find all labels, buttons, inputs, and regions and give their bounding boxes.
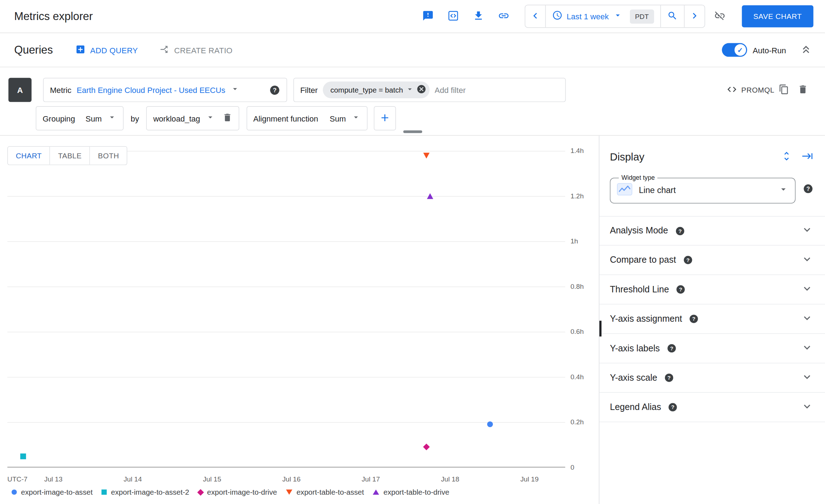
display-section-analysis-mode[interactable]: Analysis Mode? (599, 216, 825, 246)
resize-drag-handle[interactable] (403, 130, 422, 133)
legend-item-export-image-to-asset-2[interactable]: export-image-to-asset-2 (102, 488, 189, 496)
create-ratio-button[interactable]: CREATE RATIO (159, 44, 233, 56)
caret-down-icon (405, 85, 414, 95)
help-icon[interactable]: ? (667, 343, 677, 353)
feedback-icon (422, 10, 434, 23)
display-section-y-axis-scale[interactable]: Y-axis scale? (599, 363, 825, 392)
remove-filter-icon[interactable] (416, 84, 426, 95)
caret-down-icon (231, 84, 240, 95)
display-sections: Analysis Mode?Compare to past?Threshold … (599, 216, 825, 423)
link-off-icon (714, 10, 725, 23)
expand-collapse-all-button[interactable] (781, 150, 792, 164)
hide-panel-button[interactable] (802, 150, 813, 164)
help-icon[interactable]: ? (668, 402, 678, 412)
widget-type-help-icon[interactable]: ? (803, 183, 813, 194)
filter-field-label: Filter (300, 85, 318, 94)
data-point-export-image-to-asset (487, 421, 493, 427)
data-point-export-image-to-asset-2 (20, 453, 26, 459)
legend-item-export-image-to-asset[interactable]: export-image-to-asset (11, 488, 93, 496)
alignment-select[interactable]: Sum (330, 114, 346, 123)
filter-chip[interactable]: compute_type = batch (323, 81, 429, 98)
x-axis-tick-label: Jul 13 (44, 475, 63, 483)
help-icon[interactable]: ? (676, 285, 686, 295)
chevron-down-icon (801, 341, 813, 356)
queries-title: Queries (14, 44, 53, 56)
query-row-grouping: Grouping Sum by workload_tag Alignment f… (36, 106, 396, 130)
grouping-select[interactable]: Sum (85, 114, 102, 123)
tab-both[interactable]: BOTH (90, 147, 127, 164)
chevron-left-icon (529, 10, 541, 23)
display-section-y-axis-assignment[interactable]: Y-axis assignment? (599, 305, 825, 334)
chevron-down-icon (801, 312, 813, 326)
timezone-badge[interactable]: PDT (630, 9, 654, 24)
widget-type-select[interactable]: Widget type Line chart (610, 174, 795, 203)
share-link-button[interactable] (493, 6, 514, 27)
collapse-queries-button[interactable] (800, 43, 812, 57)
auto-run-toggle[interactable]: ✓ (722, 43, 747, 57)
y-axis-tick-label: 0 (570, 463, 574, 471)
help-icon[interactable]: ? (675, 226, 685, 236)
caret-down-icon (613, 10, 622, 22)
trash-icon (222, 113, 232, 124)
display-section-legend-alias[interactable]: Legend Alias? (599, 393, 825, 422)
display-section-compare-to-past[interactable]: Compare to past? (599, 246, 825, 275)
display-section-y-axis-labels[interactable]: Y-axis labels? (599, 334, 825, 363)
add-filter-input[interactable] (435, 85, 559, 94)
unfold-more-icon (781, 155, 792, 163)
by-label: by (131, 114, 139, 123)
metric-help-icon[interactable]: ? (269, 84, 280, 95)
metrics-explorer-app: Metrics explorer Last 1 wee (0, 0, 825, 504)
time-range-selector[interactable]: Last 1 week PDT (545, 5, 660, 28)
feedback-button[interactable] (418, 6, 439, 27)
diamond-marker-icon (197, 489, 204, 495)
section-label: Compare to past (610, 255, 676, 265)
copy-icon (779, 84, 789, 96)
duplicate-query-button[interactable] (775, 80, 794, 99)
legend-item-export-table-to-drive[interactable]: export-table-to-drive (373, 488, 449, 496)
svg-text:?: ? (686, 257, 690, 263)
zoom-button[interactable] (661, 5, 684, 28)
unlink-time-button[interactable] (709, 6, 730, 27)
tab-chart[interactable]: CHART (8, 147, 50, 164)
filter-field: Filter compute_type = batch (293, 78, 566, 102)
circle-marker-icon (11, 489, 17, 495)
caret-down-icon (778, 184, 789, 196)
legend-item-export-table-to-asset[interactable]: export-table-to-asset (286, 488, 364, 496)
section-label: Threshold Line (610, 284, 669, 295)
trash-icon (797, 84, 808, 96)
auto-run-label: Auto-Run (753, 45, 786, 54)
legend-label: export-table-to-drive (384, 488, 449, 496)
legend-item-export-image-to-drive[interactable]: export-image-to-drive (198, 488, 277, 496)
view-code-button[interactable] (443, 6, 464, 27)
promql-button[interactable]: PROMQL (727, 84, 775, 96)
display-section-threshold-line[interactable]: Threshold Line? (599, 275, 825, 304)
group-by-select[interactable]: workload_tag (153, 114, 200, 123)
delete-query-button[interactable] (794, 80, 812, 99)
top-bar-actions: Last 1 week PDT SAVE CHART (418, 5, 814, 28)
chevron-down-icon (801, 223, 813, 238)
help-icon[interactable]: ? (664, 373, 674, 383)
section-label: Analysis Mode (610, 226, 668, 236)
chart-pane: CHART TABLE BOTH export-image-to-assetex… (0, 135, 599, 504)
line-chart-icon (617, 183, 632, 197)
metric-select[interactable]: Earth Engine Cloud Project - Used EECUs (77, 85, 226, 94)
tab-table[interactable]: TABLE (50, 147, 90, 164)
download-button[interactable] (468, 6, 489, 27)
plot-area (8, 151, 565, 467)
add-processing-step-button[interactable] (374, 106, 396, 130)
top-bar: Metrics explorer Last 1 wee (0, 0, 825, 33)
main-content: CHART TABLE BOTH export-image-to-assetex… (0, 135, 825, 504)
help-icon[interactable]: ? (689, 314, 699, 324)
svg-text:?: ? (679, 286, 682, 292)
y-axis-tick-label: 0.2h (570, 418, 584, 426)
time-forward-button[interactable] (685, 5, 705, 28)
remove-grouping-button[interactable] (222, 113, 232, 124)
help-icon[interactable]: ? (683, 255, 693, 265)
time-back-button[interactable] (525, 5, 545, 28)
section-label: Y-axis labels (610, 343, 659, 354)
add-query-button[interactable]: ADD QUERY (75, 44, 138, 56)
section-label: Y-axis scale (610, 372, 657, 383)
plus-icon (379, 112, 390, 125)
add-box-icon (75, 44, 85, 56)
save-chart-button[interactable]: SAVE CHART (742, 5, 813, 28)
